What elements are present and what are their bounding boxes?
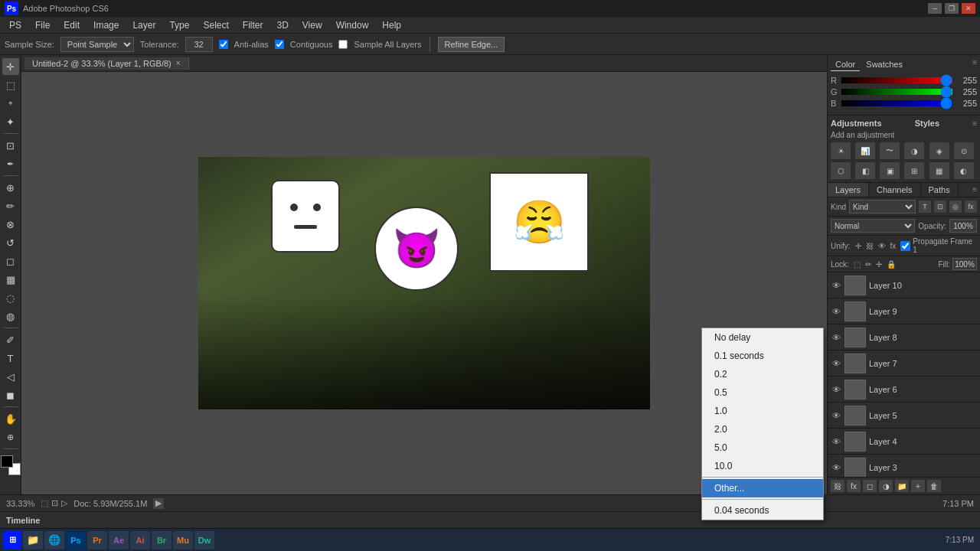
taskbar-ps[interactable]: Ps bbox=[66, 531, 86, 549]
menu-3d[interactable]: 3D bbox=[270, 18, 294, 32]
adj-curves[interactable]: 〜 bbox=[880, 142, 900, 159]
unify-link-icon[interactable]: ⛓ bbox=[864, 241, 875, 251]
text-tool[interactable]: T bbox=[2, 350, 19, 367]
taskbar-mu[interactable]: Mu bbox=[173, 531, 193, 549]
hand-tool[interactable]: ✋ bbox=[2, 410, 19, 427]
tab-close-button[interactable]: × bbox=[176, 59, 181, 67]
taskbar-explorer[interactable]: 📁 bbox=[23, 531, 43, 549]
contiguous-checkbox[interactable] bbox=[275, 40, 284, 49]
adj-bw[interactable]: ◧ bbox=[855, 162, 875, 179]
pen-tool[interactable]: ✐ bbox=[2, 331, 19, 348]
new-layer-button[interactable]: + bbox=[911, 480, 925, 492]
layer-row[interactable]: 👁 Layer 6 bbox=[828, 377, 980, 403]
taskbar-dw[interactable]: Dw bbox=[194, 531, 214, 549]
unify-style-icon[interactable]: fx bbox=[889, 241, 898, 251]
add-mask-button[interactable]: ◻ bbox=[863, 480, 877, 492]
menu-file[interactable]: File bbox=[29, 18, 56, 32]
adj-exposure[interactable]: ◑ bbox=[904, 142, 924, 159]
blend-mode-select[interactable]: Normal bbox=[831, 219, 915, 233]
propagate-checkbox[interactable] bbox=[900, 241, 910, 251]
red-slider[interactable] bbox=[841, 77, 952, 83]
new-adjustment-button[interactable]: ◑ bbox=[879, 480, 893, 492]
canvas[interactable]: 😈 😤 bbox=[198, 157, 650, 409]
move-tool[interactable]: ✛ bbox=[2, 58, 19, 75]
adj-hsl[interactable]: ⊙ bbox=[954, 142, 974, 159]
layers-collapse[interactable]: ≡ bbox=[969, 183, 980, 197]
taskbar-pr[interactable]: Pr bbox=[87, 531, 107, 549]
delay-option-10-0[interactable]: 10.0 bbox=[702, 457, 823, 475]
marquee-tool[interactable]: ⬚ bbox=[2, 77, 19, 93]
menu-ps[interactable]: PS bbox=[3, 18, 28, 32]
eyedropper-tool[interactable]: ✒ bbox=[2, 155, 19, 172]
delay-option-5-0[interactable]: 5.0 bbox=[702, 439, 823, 457]
tab-swatches[interactable]: Swatches bbox=[861, 58, 907, 71]
layer-row[interactable]: 👁 Layer 8 bbox=[828, 324, 980, 350]
start-button[interactable]: ⊞ bbox=[3, 531, 21, 549]
taskbar-ae[interactable]: Ae bbox=[109, 531, 129, 549]
window-controls[interactable]: ─ ❐ ✕ bbox=[928, 3, 975, 14]
delay-option-no-delay[interactable]: No delay bbox=[702, 328, 823, 347]
menu-edit[interactable]: Edit bbox=[57, 18, 86, 32]
lock-pixels-icon[interactable]: ⬚ bbox=[852, 259, 862, 269]
fill-input[interactable] bbox=[952, 258, 977, 270]
lock-move-icon[interactable]: ✛ bbox=[874, 259, 884, 269]
history-tool[interactable]: ↺ bbox=[2, 234, 19, 251]
menu-filter[interactable]: Filter bbox=[237, 18, 270, 32]
taskbar-br[interactable]: Br bbox=[152, 531, 172, 549]
unify-vis-icon[interactable]: 👁 bbox=[877, 241, 887, 251]
menu-select[interactable]: Select bbox=[197, 18, 234, 32]
link-layers-button[interactable]: ⛓ bbox=[831, 480, 844, 492]
sample-size-select[interactable]: Point Sample bbox=[60, 37, 134, 52]
lasso-tool[interactable]: ⌖ bbox=[2, 95, 19, 112]
menu-image[interactable]: Image bbox=[87, 18, 125, 32]
adjustments-collapse[interactable]: ≡ bbox=[972, 119, 977, 128]
menu-type[interactable]: Type bbox=[163, 18, 195, 32]
lock-paint-icon[interactable]: ✏ bbox=[864, 259, 873, 269]
layer-row[interactable]: 👁 Layer 4 bbox=[828, 429, 980, 455]
adj-colorlookup[interactable]: ▦ bbox=[929, 162, 949, 179]
status-icon-1[interactable]: ⬚ bbox=[41, 498, 48, 508]
anti-alias-checkbox[interactable] bbox=[219, 40, 228, 49]
layer-row[interactable]: 👁 Layer 5 bbox=[828, 403, 980, 429]
layer-row[interactable]: 👁 Layer 9 bbox=[828, 298, 980, 324]
restore-button[interactable]: ❐ bbox=[945, 3, 959, 14]
opacity-input[interactable] bbox=[949, 219, 977, 233]
refine-edge-button[interactable]: Refine Edge... bbox=[438, 37, 505, 52]
tab-layers[interactable]: Layers bbox=[828, 183, 869, 197]
add-style-button[interactable]: fx bbox=[847, 480, 861, 492]
blur-tool[interactable]: ◌ bbox=[2, 289, 19, 306]
layer-eye-icon[interactable]: 👁 bbox=[831, 385, 841, 394]
minimize-button[interactable]: ─ bbox=[928, 3, 942, 14]
close-button[interactable]: ✕ bbox=[962, 3, 975, 14]
shape-tool[interactable]: ◼ bbox=[2, 386, 19, 403]
green-slider[interactable] bbox=[841, 89, 952, 95]
path-tool[interactable]: ◁ bbox=[2, 368, 19, 385]
eraser-tool[interactable]: ◻ bbox=[2, 253, 19, 269]
adj-invert[interactable]: ◐ bbox=[954, 162, 974, 179]
delay-option-0-1[interactable]: 0.1 seconds bbox=[702, 347, 823, 365]
adj-brightness[interactable]: ☀ bbox=[831, 142, 851, 159]
tab-color[interactable]: Color bbox=[831, 58, 860, 71]
forward-button[interactable]: ▶ bbox=[153, 498, 164, 509]
sample-all-checkbox[interactable] bbox=[338, 40, 348, 49]
layer-row[interactable]: 👁 Layer 10 bbox=[828, 272, 980, 298]
filter-icon-2[interactable]: ⊡ bbox=[934, 201, 946, 213]
crop-tool[interactable]: ⊡ bbox=[2, 137, 19, 154]
status-icon-2[interactable]: ⊡ bbox=[51, 498, 58, 508]
adj-channelmixer[interactable]: ⊞ bbox=[904, 162, 924, 179]
adj-levels[interactable]: 📊 bbox=[855, 142, 875, 159]
filter-icon-1[interactable]: T bbox=[919, 201, 931, 213]
delay-option-1-0[interactable]: 1.0 bbox=[702, 402, 823, 420]
lock-all-icon[interactable]: 🔒 bbox=[885, 259, 897, 269]
zoom-tool[interactable]: ⊕ bbox=[2, 429, 19, 445]
filter-icon-3[interactable]: ◎ bbox=[949, 201, 962, 213]
unify-pos-icon[interactable]: ✛ bbox=[854, 241, 863, 251]
fg-bg-colors[interactable] bbox=[1, 455, 21, 475]
magic-wand-tool[interactable]: ✦ bbox=[2, 113, 19, 130]
layer-eye-icon[interactable]: 👁 bbox=[831, 307, 841, 316]
delay-option-0-5[interactable]: 0.5 bbox=[702, 383, 823, 402]
dodge-tool[interactable]: ◍ bbox=[2, 308, 19, 324]
adj-vibrance[interactable]: ◈ bbox=[929, 142, 949, 159]
delay-option-other[interactable]: Other... bbox=[702, 479, 823, 497]
styles-tab[interactable]: Styles bbox=[915, 119, 939, 128]
